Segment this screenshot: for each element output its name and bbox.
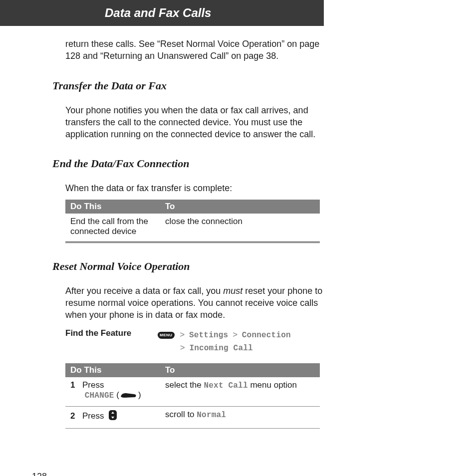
to-post: menu option <box>248 380 297 390</box>
menu-key-icon: MENU <box>158 332 175 339</box>
cell-to: select the Next Call menu option <box>160 377 320 407</box>
cell-do-this: 1Press CHANGE ( ) <box>65 377 160 407</box>
th-do-this: Do This <box>65 363 160 377</box>
end-intro-text: When the data or fax transfer is complet… <box>65 182 326 194</box>
th-to: To <box>160 363 320 377</box>
transfer-text: Your phone notifies you when the data or… <box>65 104 326 141</box>
reset-text: After you receive a data or fax call, yo… <box>65 285 326 321</box>
cell-to: scroll to Normal <box>160 406 320 428</box>
heading-reset: Reset Normal Voice Operation <box>52 260 326 273</box>
table-header-row: Do This To <box>65 363 320 377</box>
document-page: Data and Fax Calls return these calls. S… <box>0 0 476 476</box>
end-connection-table: Do This To End the call from the connect… <box>65 200 320 243</box>
step-number: 1 <box>70 380 79 390</box>
table-row: 1Press CHANGE ( ) select the Next Call m… <box>65 377 320 407</box>
to-mono: Next Call <box>204 381 248 390</box>
to-pre: scroll to <box>165 410 197 419</box>
table-header-row: Do This To <box>65 200 320 214</box>
cell-do-this: 2Press <box>65 406 160 428</box>
breadcrumb-sep: > <box>180 343 185 352</box>
th-to: To <box>160 200 320 214</box>
table-row: 2Press scroll to Normal <box>65 406 320 428</box>
content-area: return these calls. See “Reset Normal Vo… <box>52 38 326 429</box>
reset-text-pre: After you receive a data or fax call, yo… <box>65 286 223 296</box>
cell-to: close the connection <box>160 214 320 242</box>
find-the-feature-row: Find the Feature MENU > Settings > Conne… <box>65 328 326 354</box>
section-header-band: Data and Fax Calls <box>0 0 324 26</box>
breadcrumb-sep: > <box>233 330 238 339</box>
to-mono: Normal <box>197 411 226 420</box>
heading-transfer: Transfer the Data or Fax <box>52 79 326 92</box>
reset-steps-table: Do This To 1Press CHANGE ( ) <box>65 363 320 429</box>
press-word: Press <box>82 411 104 421</box>
nav-settings: Settings <box>189 331 228 340</box>
heading-end: End the Data/Fax Connection <box>52 157 326 170</box>
section-header-title: Data and Fax Calls <box>105 6 211 20</box>
reset-text-em: must <box>223 286 242 296</box>
scroll-key-icon <box>108 410 117 423</box>
softkey-icon <box>120 391 137 401</box>
nav-incoming-call: Incoming Call <box>189 344 252 353</box>
change-softkey-label: CHANGE <box>85 391 114 400</box>
table-row: End the call from the connected device c… <box>65 214 320 242</box>
nav-connection: Connection <box>242 331 291 340</box>
intro-paragraph: return these calls. See “Reset Normal Vo… <box>65 38 326 62</box>
find-the-feature-path: MENU > Settings > Connection > Incoming … <box>158 328 326 354</box>
step-number: 2 <box>70 411 79 421</box>
press-word: Press <box>82 380 104 390</box>
th-do-this: Do This <box>65 200 160 214</box>
page-number: 128 <box>32 472 47 476</box>
to-pre: select the <box>165 380 204 390</box>
breadcrumb-sep: > <box>180 330 185 339</box>
cell-do-this: End the call from the connected device <box>65 214 160 242</box>
find-the-feature-label: Find the Feature <box>65 328 158 354</box>
